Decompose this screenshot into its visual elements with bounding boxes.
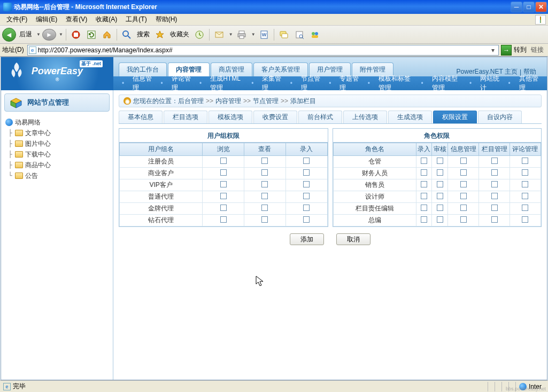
home-button[interactable] bbox=[100, 28, 114, 42]
ftab-upload[interactable]: 上传选项 bbox=[343, 111, 387, 123]
menu-edit[interactable]: 编辑(E) bbox=[32, 14, 61, 25]
checkbox[interactable] bbox=[491, 216, 498, 223]
history-button[interactable] bbox=[192, 28, 206, 42]
subnav-node[interactable]: 节点管理 bbox=[298, 74, 323, 92]
checkbox[interactable] bbox=[437, 158, 443, 164]
checkbox[interactable] bbox=[522, 181, 528, 187]
subnav-stats[interactable]: 网站统计 bbox=[477, 74, 503, 92]
subnav-other[interactable]: 其他管理 bbox=[516, 74, 542, 92]
ftab-permission[interactable]: 权限设置 bbox=[433, 111, 477, 123]
checkbox[interactable] bbox=[437, 216, 443, 223]
forward-dropdown[interactable]: ▼ bbox=[59, 32, 63, 37]
edit-button[interactable]: W bbox=[257, 28, 271, 42]
checkbox[interactable] bbox=[261, 193, 268, 199]
go-button[interactable]: → bbox=[501, 45, 512, 56]
messenger-button[interactable] bbox=[308, 28, 322, 42]
checkbox[interactable] bbox=[522, 158, 528, 164]
checkbox[interactable] bbox=[522, 169, 528, 176]
ftab-fee[interactable]: 收费设置 bbox=[253, 111, 297, 123]
menu-help[interactable]: 帮助(H) bbox=[151, 14, 182, 25]
checkbox[interactable] bbox=[460, 169, 467, 176]
checkbox[interactable] bbox=[421, 205, 427, 211]
checkbox[interactable] bbox=[491, 169, 498, 176]
checkbox[interactable] bbox=[491, 193, 498, 199]
search-button[interactable] bbox=[120, 28, 134, 42]
mail-button[interactable] bbox=[212, 28, 226, 42]
checkbox[interactable] bbox=[522, 205, 528, 211]
checkbox[interactable] bbox=[421, 181, 427, 187]
tree-node[interactable]: ├下载中心 bbox=[5, 149, 109, 160]
close-button[interactable]: ✕ bbox=[535, 2, 547, 12]
tree-node[interactable]: └公告 bbox=[5, 170, 109, 181]
checkbox[interactable] bbox=[303, 169, 310, 176]
back-dropdown[interactable]: ▼ bbox=[36, 32, 41, 37]
checkbox[interactable] bbox=[303, 181, 310, 187]
subnav-info[interactable]: 信息管理 bbox=[129, 74, 155, 92]
url-dropdown[interactable]: ▾ bbox=[489, 46, 497, 54]
url-input[interactable]: e http://2007.powereasy.net/Manage/Index… bbox=[27, 45, 499, 56]
checkbox[interactable] bbox=[460, 193, 467, 199]
favorites-button[interactable] bbox=[153, 28, 167, 42]
checkbox[interactable] bbox=[261, 205, 268, 211]
checkbox[interactable] bbox=[522, 193, 528, 199]
add-button[interactable]: 添加 bbox=[290, 233, 324, 245]
subnav-comment[interactable]: 评论管理 bbox=[168, 74, 194, 92]
go-label[interactable]: 转到 bbox=[514, 45, 527, 54]
checkbox[interactable] bbox=[421, 158, 427, 164]
search-label[interactable]: 搜索 bbox=[135, 30, 151, 39]
discuss-button[interactable] bbox=[277, 28, 291, 42]
subnav-collect[interactable]: 采集管理 bbox=[259, 74, 284, 92]
tree-node[interactable]: ├图片中心 bbox=[5, 138, 109, 149]
checkbox[interactable] bbox=[220, 158, 227, 164]
checkbox[interactable] bbox=[522, 216, 528, 223]
checkbox[interactable] bbox=[460, 158, 467, 164]
checkbox[interactable] bbox=[460, 205, 467, 211]
ftab-template[interactable]: 模板选项 bbox=[209, 111, 252, 123]
minimize-button[interactable]: ─ bbox=[511, 2, 522, 12]
ftab-front[interactable]: 前台样式 bbox=[298, 111, 342, 123]
refresh-button[interactable] bbox=[84, 28, 98, 42]
checkbox[interactable] bbox=[437, 181, 443, 187]
links-label[interactable]: 链接 bbox=[529, 45, 546, 54]
ftab-basic[interactable]: 基本信息 bbox=[119, 111, 163, 123]
menu-file[interactable]: 文件(F) bbox=[2, 14, 32, 25]
checkbox[interactable] bbox=[261, 216, 268, 223]
stop-button[interactable] bbox=[69, 28, 83, 42]
checkbox[interactable] bbox=[303, 158, 310, 164]
checkbox[interactable] bbox=[437, 169, 443, 176]
back-button[interactable]: ◄ bbox=[2, 28, 16, 42]
tree-node[interactable]: ├文章中心 bbox=[5, 128, 109, 138]
forward-button[interactable]: ► bbox=[42, 29, 56, 41]
checkbox[interactable] bbox=[220, 181, 227, 187]
menu-favorites[interactable]: 收藏(A) bbox=[91, 14, 121, 25]
checkbox[interactable] bbox=[261, 181, 268, 187]
checkbox[interactable] bbox=[460, 181, 467, 187]
research-button[interactable] bbox=[292, 28, 306, 42]
subnav-topic[interactable]: 专题管理 bbox=[336, 74, 362, 92]
ftab-custom[interactable]: 自设内容 bbox=[478, 111, 522, 123]
checkbox[interactable] bbox=[421, 169, 427, 176]
ftab-generate[interactable]: 生成选项 bbox=[388, 111, 432, 123]
favorites-label[interactable]: 收藏夹 bbox=[168, 30, 191, 39]
subnav-html[interactable]: 生成HTML管理 bbox=[207, 74, 246, 92]
checkbox[interactable] bbox=[303, 205, 310, 211]
print-button[interactable] bbox=[235, 28, 249, 42]
checkbox[interactable] bbox=[220, 193, 227, 199]
checkbox[interactable] bbox=[220, 205, 227, 211]
checkbox[interactable] bbox=[491, 205, 498, 211]
checkbox[interactable] bbox=[491, 181, 498, 187]
menu-view[interactable]: 查看(V) bbox=[61, 14, 91, 25]
cancel-button[interactable]: 取消 bbox=[336, 233, 371, 245]
checkbox[interactable] bbox=[421, 216, 427, 223]
tree-node[interactable]: ├商品中心 bbox=[5, 160, 109, 170]
checkbox[interactable] bbox=[261, 158, 268, 164]
subnav-model[interactable]: 内容模型管理 bbox=[429, 74, 464, 92]
ftab-column[interactable]: 栏目选项 bbox=[164, 111, 207, 123]
checkbox[interactable] bbox=[437, 193, 443, 199]
maximize-button[interactable]: □ bbox=[523, 2, 535, 12]
checkbox[interactable] bbox=[220, 169, 227, 176]
tree-root[interactable]: 动易网络 bbox=[5, 117, 109, 128]
checkbox[interactable] bbox=[261, 169, 268, 176]
checkbox[interactable] bbox=[421, 193, 427, 199]
menu-tools[interactable]: 工具(T) bbox=[121, 14, 151, 25]
